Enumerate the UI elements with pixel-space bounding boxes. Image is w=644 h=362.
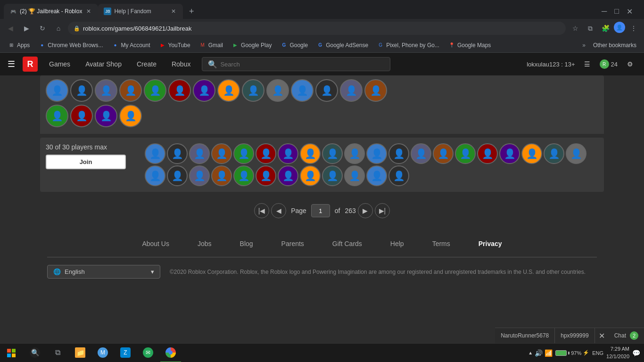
language-selector[interactable]: 🌐 English ▾ <box>47 265 160 279</box>
tab-close-fandom[interactable]: ✕ <box>170 8 177 15</box>
profile-button[interactable]: 👤 <box>614 22 625 33</box>
bookmark-google[interactable]: G Google <box>276 41 312 50</box>
chat-user1[interactable]: NarutoRunner5678 <box>495 328 555 343</box>
url-bar[interactable]: 🔒 roblox.com/games/606849621/Jailbreak <box>68 22 566 35</box>
nav-avatar-shop[interactable]: Avatar Shop <box>82 58 125 70</box>
bookmark-chrome-label: Chrome Web Brows... <box>48 42 103 49</box>
bookmark-myaccount[interactable]: ● My Account <box>108 41 154 50</box>
bookmark-button[interactable]: ☆ <box>569 22 582 35</box>
bookmarks-bar: ⊞ Apps ● Chrome Web Brows... ● My Accoun… <box>0 38 644 53</box>
tray-up-icon[interactable]: ▲ <box>528 350 533 355</box>
chat-user2[interactable]: hpx999999 <box>555 328 594 343</box>
footer-blog[interactable]: Blog <box>240 240 253 247</box>
taskbar-clock[interactable]: 7:29 AM 12/1/2020 <box>606 346 629 360</box>
roblox-logo[interactable]: R <box>23 57 38 72</box>
footer-terms[interactable]: Terms <box>432 240 450 247</box>
robux-display[interactable]: R 24 <box>600 59 618 69</box>
home-button[interactable]: ⌂ <box>52 22 65 35</box>
bookmark-other[interactable]: Other bookmarks <box>589 41 640 49</box>
taskbar-pin1[interactable]: M <box>92 344 113 362</box>
taskbar-pin3[interactable]: ✉ <box>138 344 158 362</box>
last-page-button[interactable]: ▶| <box>375 203 390 218</box>
avatar-12: 👤 <box>315 79 338 102</box>
menu-button[interactable]: ⋮ <box>627 22 640 35</box>
forward-button[interactable]: ▶ <box>20 22 33 35</box>
taskbar-search[interactable]: 🔍 <box>25 344 45 362</box>
battery-indicator[interactable]: 97% ⚡ <box>555 350 589 356</box>
avatar-1: 👤 <box>46 79 68 102</box>
footer-gift-cards[interactable]: Gift Cards <box>332 240 362 247</box>
close-button[interactable]: ✕ <box>627 7 633 16</box>
maximize-button[interactable]: □ <box>614 7 619 16</box>
taskbar-file-explorer[interactable]: 📁 <box>70 344 91 362</box>
footer-jobs[interactable]: Jobs <box>198 240 212 247</box>
language-indicator[interactable]: ENG <box>592 350 603 356</box>
search-icon: 🔍 <box>208 60 217 69</box>
footer-privacy[interactable]: Privacy <box>479 240 502 247</box>
taskbar-task-view[interactable]: ⧉ <box>47 344 68 362</box>
player-avatar-17: 👤 <box>499 143 520 164</box>
avatar-14: 👤 <box>364 79 387 102</box>
svg-rect-0 <box>7 349 11 353</box>
chat-close-button[interactable]: ✕ <box>595 331 609 340</box>
more-bookmarks-button[interactable]: » <box>579 41 588 49</box>
bookmark-gmail[interactable]: M Gmail <box>195 41 227 50</box>
taskbar-chrome[interactable] <box>160 344 181 362</box>
nav-create[interactable]: Create <box>133 58 160 70</box>
prev-page-button[interactable]: ◀ <box>271 203 286 218</box>
bookmark-maps[interactable]: 📍 Google Maps <box>444 41 495 50</box>
network-icon[interactable]: 📶 <box>545 349 553 357</box>
bookmark-apps[interactable]: ⊞ Apps <box>4 41 33 50</box>
maps-icon: 📍 <box>448 41 455 49</box>
open-tab-button[interactable]: ⧉ <box>584 22 597 35</box>
player-avatar-25: 👤 <box>233 165 254 186</box>
hamburger-menu[interactable]: ☰ <box>8 59 15 69</box>
avatar-9: 👤 <box>242 79 264 102</box>
nav-robux[interactable]: Robux <box>168 58 194 70</box>
chat-toggle[interactable]: Chat 2 <box>609 328 644 343</box>
new-tab-button[interactable]: + <box>185 5 198 18</box>
bookmark-chrome[interactable]: ● Chrome Web Brows... <box>34 41 107 50</box>
bookmark-youtube-label: YouTube <box>168 42 190 49</box>
join-button[interactable]: Join <box>46 155 126 169</box>
back-button[interactable]: ◀ <box>4 22 17 35</box>
speaker-icon[interactable]: 🔊 <box>535 349 543 357</box>
taskbar-pin2[interactable]: Z <box>115 344 136 362</box>
bookmark-gplay-label: Google Play <box>241 42 272 49</box>
total-pages: 263 <box>345 207 356 214</box>
taskbar-date-display: 12/1/2020 <box>606 353 629 360</box>
footer-help[interactable]: Help <box>390 240 404 247</box>
footer-about-us[interactable]: About Us <box>142 240 169 247</box>
start-button[interactable] <box>0 349 23 357</box>
first-page-button[interactable]: |◀ <box>254 203 269 218</box>
player-avatar-21: 👤 <box>145 165 165 186</box>
notification-icon[interactable]: 💬 <box>632 349 640 357</box>
page-input[interactable] <box>311 204 330 217</box>
tab-close-jailbreak[interactable]: ✕ <box>85 8 92 15</box>
avatar-16: 👤 <box>70 105 93 127</box>
bookmark-pixel[interactable]: G Pixel, Phone by Go... <box>373 41 443 50</box>
minimize-button[interactable]: ─ <box>602 7 607 16</box>
extensions-button[interactable]: 🧩 <box>599 22 612 35</box>
messages-button[interactable]: ☰ <box>581 58 594 71</box>
footer-parents[interactable]: Parents <box>281 240 304 247</box>
bookmark-youtube[interactable]: ▶ YouTube <box>155 41 194 50</box>
search-bar[interactable]: 🔍 <box>202 57 390 71</box>
settings-button[interactable]: ⚙ <box>623 58 636 71</box>
avatar-4: 👤 <box>119 79 142 102</box>
gplay-icon: ▶ <box>231 41 239 49</box>
username-display[interactable]: lokxulau123 : 13+ <box>527 61 575 68</box>
next-page-button[interactable]: ▶ <box>358 203 373 218</box>
nav-games[interactable]: Games <box>45 58 74 70</box>
pin2-icon: Z <box>120 347 131 358</box>
bookmark-adsense[interactable]: G Google AdSense <box>313 41 372 50</box>
tab-fandom[interactable]: JB Help | Fandom ✕ <box>98 4 183 19</box>
search-input[interactable] <box>220 61 384 68</box>
refresh-button[interactable]: ↻ <box>36 22 49 35</box>
lock-icon: 🔒 <box>74 25 80 32</box>
chevron-down-icon: ▾ <box>151 268 154 275</box>
tab-favicon-fandom: JB <box>104 8 111 15</box>
tab-jailbreak[interactable]: 🎮 (2) 🏆 Jailbreak - Roblox ✕ <box>4 4 98 19</box>
players-grid: 👤 👤 👤 👤 👤 👤 👤 👤 👤 👤 👤 👤 👤 👤 👤 👤 👤 👤 <box>145 143 598 186</box>
bookmark-gplay[interactable]: ▶ Google Play <box>228 41 275 50</box>
